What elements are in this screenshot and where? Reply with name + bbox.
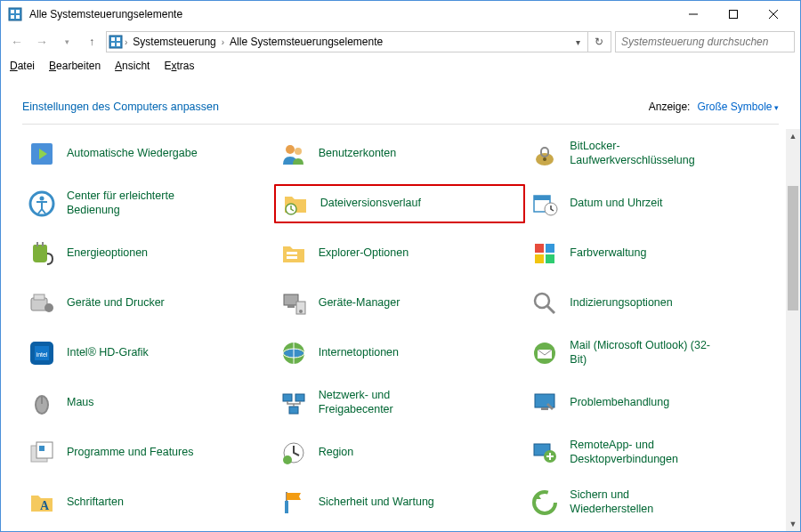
items-region: Automatische WiedergabeBenutzerkontenBit… [1, 129, 786, 531]
cp-item-label: BitLocker-Laufwerkverschlüsselung [570, 140, 712, 167]
svg-rect-39 [287, 305, 295, 308]
scrollbar[interactable]: ▲ ▼ [786, 129, 800, 531]
cp-item-label: Indizierungsoptionen [570, 296, 672, 310]
search-input[interactable] [615, 31, 795, 52]
svg-point-22 [40, 197, 44, 201]
power-icon [28, 239, 56, 268]
explorer-icon [279, 239, 308, 268]
cp-item-mouse[interactable]: Maus [22, 383, 274, 423]
address-dropdown[interactable]: ▾ [570, 37, 586, 47]
cp-item-bitlocker[interactable]: BitLocker-Laufwerkverschlüsselung [525, 134, 777, 173]
divider [22, 124, 779, 125]
cp-item-label: Explorer-Optionen [319, 246, 409, 261]
nav-recent-dropdown[interactable]: ▾ [56, 31, 77, 52]
minimize-button[interactable] [673, 2, 713, 27]
svg-rect-4 [16, 15, 20, 19]
intelgfx-icon: intel [28, 339, 56, 367]
svg-rect-34 [546, 254, 554, 263]
svg-rect-29 [287, 252, 297, 254]
svg-rect-54 [283, 394, 292, 401]
breadcrumb-systemsteuerung[interactable]: Systemsteuerung [129, 34, 219, 50]
cp-item-remoteapp[interactable]: RemoteApp- und Desktopverbindungen [525, 433, 777, 472]
cp-item-devmanager[interactable]: Geräte-Manager [274, 284, 526, 323]
svg-text:intel: intel [36, 351, 48, 358]
cp-item-fonts[interactable]: ASchriftarten [22, 483, 274, 522]
svg-rect-3 [11, 15, 14, 19]
svg-rect-28 [42, 242, 44, 246]
svg-point-20 [543, 157, 546, 161]
control-panel-icon [109, 35, 123, 49]
cp-item-backup[interactable]: Sichern und Wiederherstellen [525, 483, 777, 522]
cp-item-devices[interactable]: Geräte und Drucker [22, 284, 274, 323]
svg-rect-55 [295, 394, 304, 401]
window-title: Alle Systemsteuerungselemente [29, 8, 673, 20]
cp-item-power[interactable]: Energieoptionen [22, 234, 274, 273]
control-panel-icon [8, 7, 22, 21]
cp-item-filehistory[interactable]: Dateiversionsverlauf [274, 184, 526, 223]
cp-item-label: Sichern und Wiederherstellen [570, 488, 712, 516]
cp-item-internet[interactable]: Internetoptionen [274, 334, 526, 373]
cp-item-intelgfx[interactable]: intelIntel® HD-Grafik [22, 334, 274, 373]
cp-item-indexing[interactable]: Indizierungsoptionen [525, 284, 777, 323]
devmanager-icon [279, 289, 308, 318]
refresh-button[interactable]: ↻ [587, 32, 609, 52]
nav-up-button[interactable]: ↑ [81, 31, 102, 52]
internet-icon [279, 339, 308, 367]
svg-point-16 [286, 145, 295, 154]
cp-item-easeofaccess[interactable]: Center für erleichterte Bedienung [22, 184, 274, 223]
menu-extras[interactable]: Extras [164, 60, 194, 72]
svg-rect-1 [11, 10, 14, 13]
filehistory-icon [281, 189, 310, 218]
breadcrumb-alle[interactable]: Alle Systemsteuerungselemente [226, 34, 386, 50]
svg-text:A: A [40, 499, 50, 512]
troubleshoot-icon [530, 389, 559, 417]
menu-edit[interactable]: Bearbeiten [49, 60, 101, 72]
cp-item-label: Automatische Wiedergabe [67, 147, 198, 161]
close-button[interactable] [753, 2, 793, 27]
maximize-button[interactable] [713, 2, 753, 27]
cp-item-mail[interactable]: Mail (Microsoft Outlook) (32-Bit) [525, 334, 777, 373]
svg-rect-13 [117, 43, 120, 46]
navigation-bar: ← → ▾ ↑ › Systemsteuerung › Alle Systems… [1, 28, 800, 56]
nav-forward-button[interactable]: → [31, 31, 53, 52]
svg-rect-57 [535, 394, 554, 407]
view-selector[interactable]: Große Symbole [697, 101, 779, 113]
cp-item-region[interactable]: Region [274, 433, 526, 472]
cp-item-label: Center für erleichterte Bedienung [67, 189, 209, 217]
svg-rect-30 [287, 256, 297, 259]
scroll-down-icon[interactable]: ▼ [786, 517, 800, 531]
svg-rect-32 [546, 244, 554, 253]
cp-item-programs[interactable]: Programme und Features [22, 433, 274, 472]
svg-point-63 [283, 455, 292, 464]
cp-item-label: Geräte und Drucker [67, 296, 165, 310]
scroll-up-icon[interactable]: ▲ [786, 129, 800, 143]
colormgmt-icon [530, 239, 559, 268]
cp-item-troubleshoot[interactable]: Problembehandlung [525, 383, 777, 423]
cp-item-colormgmt[interactable]: Farbverwaltung [525, 234, 777, 273]
cp-item-label: Sicherheit und Wartung [319, 496, 434, 510]
cp-item-autoplay[interactable]: Automatische Wiedergabe [22, 134, 274, 173]
cp-item-datetime[interactable]: Datum und Uhrzeit [525, 184, 777, 223]
cp-item-network[interactable]: Netzwerk- und Freigabecenter [274, 383, 526, 423]
svg-rect-31 [535, 244, 544, 253]
content-header: Einstellungen des Computers anpassen Anz… [1, 76, 800, 124]
svg-rect-56 [289, 407, 298, 414]
address-bar[interactable]: › Systemsteuerung › Alle Systemsteuerung… [106, 31, 611, 52]
svg-line-43 [547, 306, 554, 313]
cp-item-explorer[interactable]: Explorer-Optionen [274, 234, 526, 273]
titlebar: Alle Systemsteuerungselemente [1, 1, 800, 28]
menu-view[interactable]: Ansicht [115, 60, 150, 72]
cp-item-security[interactable]: Sicherheit und Wartung [274, 483, 526, 522]
scrollbar-thumb[interactable] [788, 186, 798, 310]
svg-point-37 [44, 303, 53, 312]
cp-item-label: Mail (Microsoft Outlook) (32-Bit) [570, 339, 712, 367]
cp-item-useraccounts[interactable]: Benutzerkonten [274, 134, 526, 173]
svg-point-17 [295, 148, 302, 155]
cp-item-label: Benutzerkonten [319, 147, 397, 161]
menu-file[interactable]: Datei [10, 60, 35, 72]
remoteapp-icon [530, 439, 559, 467]
nav-back-button[interactable]: ← [6, 31, 28, 52]
svg-point-42 [535, 294, 549, 308]
indexing-icon [530, 289, 559, 318]
datetime-icon [530, 189, 559, 218]
